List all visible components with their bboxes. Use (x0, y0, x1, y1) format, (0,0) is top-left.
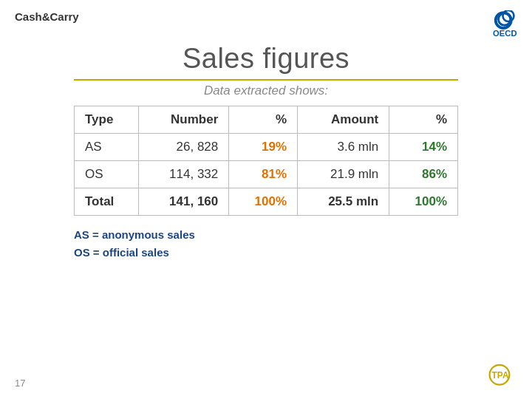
table-row: Total 141, 160 100% 25.5 mln 100% (75, 188, 458, 216)
cell-pct2: 100% (389, 188, 458, 216)
subtitle: Data extracted shows: (0, 83, 532, 98)
col-pct2: % (389, 106, 458, 134)
top-bar: Cash&Carry OECD (0, 0, 532, 41)
cell-amount: 25.5 mln (298, 188, 389, 216)
cell-pct1: 19% (229, 134, 298, 161)
note-os: OS = official sales (74, 244, 458, 262)
brand-name: Cash&Carry (15, 10, 79, 23)
oecd-logo: OECD (473, 10, 517, 41)
page-number: 17 (15, 378, 25, 389)
col-number: Number (139, 106, 229, 134)
note-as: AS = anonymous sales (74, 226, 458, 244)
cell-pct1: 81% (229, 161, 298, 188)
cell-type: AS (75, 134, 139, 161)
cell-number: 114, 332 (139, 161, 229, 188)
cell-pct2: 14% (389, 134, 458, 161)
table-row: AS 26, 828 19% 3.6 mln 14% (75, 134, 458, 161)
gold-divider (74, 79, 458, 81)
cell-amount: 3.6 mln (298, 134, 389, 161)
cell-pct2: 86% (389, 161, 458, 188)
cell-amount: 21.9 mln (298, 161, 389, 188)
col-type: Type (75, 106, 139, 134)
page-title: Sales figures (0, 43, 532, 75)
cell-pct1: 100% (229, 188, 298, 216)
notes-section: AS = anonymous sales OS = official sales (74, 226, 458, 262)
data-table-container: Type Number % Amount % AS 26, 828 19% 3.… (74, 106, 458, 216)
table-header-row: Type Number % Amount % (75, 106, 458, 134)
cell-type: OS (75, 161, 139, 188)
col-amount: Amount (298, 106, 389, 134)
tpa-logo: TPA (480, 364, 519, 392)
cell-number: 26, 828 (139, 134, 229, 161)
col-pct1: % (229, 106, 298, 134)
cell-type: Total (75, 188, 139, 216)
svg-text:TPA: TPA (492, 370, 509, 381)
cell-number: 141, 160 (139, 188, 229, 216)
sales-table: Type Number % Amount % AS 26, 828 19% 3.… (74, 106, 458, 216)
table-row: OS 114, 332 81% 21.9 mln 86% (75, 161, 458, 188)
svg-text:OECD: OECD (493, 29, 517, 38)
